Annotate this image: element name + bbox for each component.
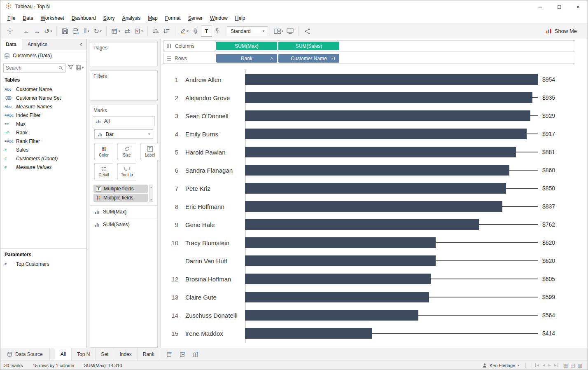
sales-bar-mark[interactable] [245,92,532,103]
new-worksheet-button[interactable]: ▾ [110,26,122,37]
add-data-button[interactable] [70,26,81,37]
filters-shelf[interactable]: Filters [90,70,158,101]
name-header[interactable]: Brosina Hoffman [178,276,245,283]
sales-bar-mark[interactable] [245,328,372,339]
menu-item-data[interactable]: Data [19,14,37,23]
rows-shelf[interactable]: Rows Rank △ Customer Name [163,53,575,64]
save-button[interactable] [60,26,70,37]
mark-type-dropdown[interactable]: Bar ▾ [94,129,153,139]
new-worksheet-tab-button[interactable] [164,349,175,359]
name-header[interactable]: Sandra Flanagan [178,167,245,174]
sheet-tab-rank[interactable]: Rank [138,348,160,361]
maximize-button[interactable]: □ [550,0,569,13]
fit-dropdown[interactable]: Standard ▾ [227,26,268,36]
pages-shelf[interactable]: Pages [90,42,158,66]
show-sorter-button[interactable]: ▥ [578,363,582,368]
show-mark-labels-button[interactable]: T [201,26,212,37]
clear-sheet-button[interactable]: ▾ [133,26,145,37]
rank-header[interactable]: 6 [161,167,178,174]
view-options-button[interactable]: ▾ [76,65,84,70]
field-top-customers[interactable]: #Top Customers [0,260,86,268]
menu-item-map[interactable]: Map [144,14,161,23]
presentation-mode-button[interactable] [285,26,296,37]
sheet-tab-set[interactable]: Set [96,348,114,361]
sales-bar-mark[interactable] [245,147,516,157]
rank-header[interactable]: 7 [161,185,178,192]
field-max[interactable]: =#Max [0,119,86,128]
pill-customer-name[interactable]: Customer Name [278,54,339,63]
name-header[interactable]: Zuschuss Donatelli [178,312,245,319]
nav-first-button[interactable]: ◀ [535,363,539,367]
field-sales[interactable]: #Sales [0,145,86,154]
sales-bar-mark[interactable] [245,274,431,284]
sales-bar-mark[interactable] [245,165,509,176]
name-header[interactable]: Claire Gute [178,294,245,301]
menu-item-dashboard[interactable]: Dashboard [68,14,100,23]
name-header[interactable]: Emily Burns [178,131,245,138]
filter-fields-button[interactable] [68,64,73,72]
sales-bar-mark[interactable] [245,219,479,230]
run-updates-button[interactable]: ↻▾ [92,26,103,37]
rank-header[interactable]: 4 [161,131,178,138]
show-me-button[interactable]: Show Me [546,28,583,34]
sales-bar-mark[interactable] [245,237,436,248]
search-field[interactable] [3,63,65,73]
minimize-button[interactable]: ─ [531,0,550,13]
sheet-tab-index[interactable]: Index [114,348,137,361]
name-header[interactable]: Pete Kriz [178,185,245,192]
menu-item-file[interactable]: File [4,14,19,23]
replay-button[interactable]: ↺▾ [42,26,54,37]
swap-rows-columns-button[interactable]: ⇄ [122,26,133,37]
pill-sum-sales[interactable]: SUM(Sales) [278,42,339,50]
nav-last-button[interactable]: ▶ [554,363,558,367]
sales-bar-mark[interactable] [245,74,538,85]
sales-bar-mark[interactable] [245,310,418,321]
sort-descending-button[interactable] [161,26,172,37]
marks-pill-label-fields[interactable]: T Multiple fields [93,185,148,193]
menu-item-worksheet[interactable]: Worksheet [37,14,68,23]
pill-scrollbar[interactable]: ▴ ▾ [149,185,153,202]
rank-header[interactable]: 1 [161,76,178,83]
label-button[interactable]: T Label [140,143,159,160]
datasource-row[interactable]: Customers (Data) [0,50,86,61]
sales-bar-mark[interactable] [245,129,527,139]
tooltip-button[interactable]: Tooltip [117,163,136,180]
new-story-tab-button[interactable] [191,349,201,359]
nav-next-button[interactable]: ▶ [548,363,551,367]
rank-header[interactable]: 9 [161,221,178,228]
pause-updates-button[interactable]: ‖▾ [81,26,92,37]
pill-sum-max[interactable]: SUM(Max) [216,42,277,50]
field-rank[interactable]: =#Rank [0,128,86,137]
color-button[interactable]: Color [94,143,113,160]
fix-axes-button[interactable] [212,26,223,37]
user-menu[interactable]: Ken Flerlage ▾ [479,363,523,368]
redo-button[interactable]: → [32,26,42,37]
share-button[interactable] [302,26,313,37]
columns-shelf[interactable]: Columns SUM(Max) SUM(Sales) [163,40,575,52]
rank-header[interactable]: 10 [161,239,178,246]
menu-item-story[interactable]: Story [100,14,119,23]
search-input[interactable] [6,65,58,71]
rank-header[interactable]: 15 [161,330,178,337]
rank-header[interactable]: 8 [161,203,178,210]
show-tabs-button[interactable]: ▦ [563,363,568,368]
rank-header[interactable]: 13 [161,294,178,301]
field-measure-names[interactable]: AbcMeasure Names [0,102,86,111]
rank-header[interactable]: 5 [161,149,178,156]
tab-analytics[interactable]: Analytics [22,39,53,50]
name-header[interactable]: Darrin Van Huff [178,258,245,265]
sheet-tab-all[interactable]: All [55,348,72,361]
tableau-home-button[interactable] [5,26,15,37]
data-source-tab[interactable]: Data Source [0,348,50,361]
rank-header[interactable]: 12 [161,276,178,283]
name-header[interactable]: Harold Pawlan [178,149,245,156]
field-customers-count[interactable]: #Customers (Count) [0,154,86,163]
pill-rank[interactable]: Rank △ [216,54,277,63]
field-customer-name[interactable]: AbcCustomer Name [0,85,86,94]
undo-button[interactable]: ← [21,26,32,37]
menu-item-server[interactable]: Server [184,14,206,23]
name-header[interactable]: Alejandro Grove [178,94,245,101]
name-header[interactable]: Andrew Allen [178,76,245,83]
group-members-button[interactable] [190,26,201,37]
close-button[interactable]: × [569,0,588,13]
